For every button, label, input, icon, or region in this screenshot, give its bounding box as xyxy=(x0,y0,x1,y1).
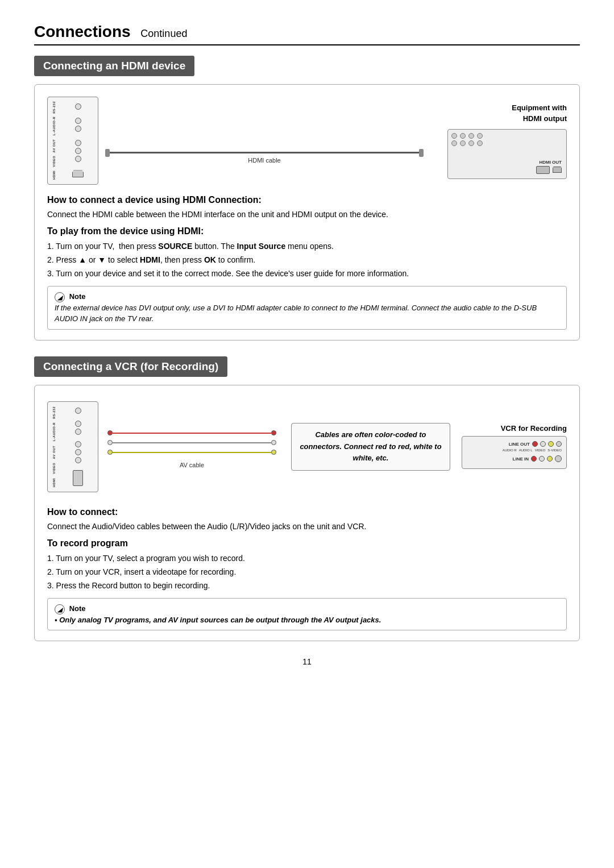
vcr-steps: 1. Turn on your TV, select a program you… xyxy=(47,552,567,592)
hdmi-how-to-connect-heading: How to connect a device using HDMI Conne… xyxy=(47,195,567,205)
vcr-line-out-l xyxy=(540,441,546,447)
hdmi-step-1: 1. Turn on your TV, then press SOURCE bu… xyxy=(47,240,567,254)
rca-red-right xyxy=(271,430,276,435)
rca-red-cable xyxy=(107,430,276,435)
page-title: Connections Continued xyxy=(34,23,580,45)
rs232-port xyxy=(75,103,81,110)
rca-yellow-line xyxy=(113,452,271,453)
hdmi-out-port xyxy=(553,167,562,173)
rca-white-right xyxy=(271,440,276,445)
hdmi-note-label: Note xyxy=(69,292,86,301)
vcr-step-1: 1. Turn on your TV, select a program you… xyxy=(47,552,567,566)
line-out-label: LINE OUT xyxy=(509,442,530,447)
vcr-avout2 xyxy=(75,449,81,455)
vcr-rs232-label: RS-232 xyxy=(52,406,56,419)
vcr-note-box: ◢ Note • Only analog TV programs, and AV… xyxy=(47,598,567,630)
rca-cables: AV cable xyxy=(98,430,285,468)
rs232-label: RS-232 xyxy=(52,101,56,114)
video-label: VIDEO xyxy=(52,156,56,167)
rca-white-cable xyxy=(107,440,276,445)
avout-port2 xyxy=(75,148,81,154)
vcr-device: VCR for Recording LINE OUT AUDIO R AUDIO… xyxy=(456,424,567,469)
hdmi-connector-left xyxy=(72,170,84,177)
hdmi-diagram: RS-232 L-AUDIO-R AV OUT VIDEO HDMI xyxy=(47,95,567,186)
hdmi-to-play-heading: To play from the device using HDMI: xyxy=(47,226,567,236)
page-number: 11 xyxy=(34,657,580,666)
vcr-video-label: VIDEO xyxy=(52,463,56,474)
vcr-line-in-r xyxy=(531,456,537,462)
vcr-line-in-l xyxy=(539,456,545,462)
vcr-laudio-label: L-AUDIO-R xyxy=(52,422,56,441)
rca-yellow-right xyxy=(271,450,276,455)
vcr-line-in-v xyxy=(547,456,553,462)
hdmi-note-text: If the external device has DVI output on… xyxy=(55,304,537,323)
note-icon-1: ◢ xyxy=(55,292,65,302)
hdmi-external-device: HDMI OUT xyxy=(447,129,567,179)
vcr-hdmi-label: HDMI xyxy=(52,478,56,487)
vcr-avout-label: AV OUT xyxy=(52,446,56,459)
vcr-audio-r xyxy=(75,421,81,427)
avout-port3 xyxy=(75,156,81,162)
audio-l-port xyxy=(75,126,81,132)
device-ports xyxy=(536,166,562,174)
hdmi-out-port-label: HDMI OUT xyxy=(539,160,562,165)
vcr-avout1 xyxy=(75,441,81,447)
vcr-audio-l-label: AUDIO L xyxy=(519,448,533,452)
rca-red-line xyxy=(113,433,271,434)
vcr-svideo-label: S-VIDEO xyxy=(547,448,562,452)
vcr-box: LINE OUT AUDIO R AUDIO L VIDEO S-VIDEO xyxy=(462,436,567,469)
hdmi-cable-label: HDMI cable xyxy=(248,157,280,164)
note-icon-2: ◢ xyxy=(55,604,65,614)
vcr-audio-r-label: AUDIO R xyxy=(503,448,517,452)
vcr-record-heading: To record program xyxy=(47,538,567,549)
av-cable-label: AV cable xyxy=(107,462,276,468)
rca-yellow-left xyxy=(107,450,113,455)
vcr-note-text: • Only analog TV programs, and AV input … xyxy=(55,616,381,624)
vcr-line-out-sv xyxy=(556,441,562,447)
vcr-device-label: VCR for Recording xyxy=(456,424,567,433)
rca-white-line xyxy=(113,442,271,443)
avout-label: AV OUT xyxy=(52,139,56,152)
callout-box: Cables are often color-coded to connecto… xyxy=(291,423,450,471)
vcr-how-to-connect-heading: How to connect: xyxy=(47,507,567,517)
vcr-step-3: 3. Press the Record button to begin reco… xyxy=(47,579,567,593)
vcr-line-in-sv xyxy=(555,455,562,462)
vcr-line-out-r xyxy=(532,441,538,447)
dsub-port xyxy=(536,166,550,174)
audio-r-port xyxy=(75,118,81,124)
vcr-audio-l xyxy=(75,429,81,435)
section1-header: Connecting an HDMI device xyxy=(34,56,194,76)
hdmi-device-right: Equipment with HDMI output xyxy=(430,102,567,179)
hdmi-connector-plug-left xyxy=(105,149,110,157)
vcr-diagram: RS-232 L-AUDIO-R AV OUT VIDEO HDMI xyxy=(47,396,567,498)
hdmi-steps: 1. Turn on your TV, then press SOURCE bu… xyxy=(47,240,567,280)
rca-yellow-cable xyxy=(107,450,276,455)
device-buttons xyxy=(451,133,484,146)
equipment-label: Equipment with HDMI output xyxy=(512,102,567,124)
avout-port1 xyxy=(75,140,81,146)
hdmi-step-3: 3. Turn on your device and set it to the… xyxy=(47,267,567,281)
vcr-note-label: Note xyxy=(69,604,86,613)
vcr-video-port-label: VIDEO xyxy=(535,448,546,452)
vcr-how-to-connect-text: Connect the Audio/Video cables between t… xyxy=(47,521,567,533)
section-vcr: Connecting a VCR (for Recording) RS-232 … xyxy=(34,356,580,641)
hdmi-section-box: RS-232 L-AUDIO-R AV OUT VIDEO HDMI xyxy=(34,84,580,340)
vcr-section-box: RS-232 L-AUDIO-R AV OUT VIDEO HDMI xyxy=(34,385,580,641)
hdmi-how-to-connect-text: Connect the HDMI cable between the HDMI … xyxy=(47,209,567,221)
continued-label: Continued xyxy=(140,28,187,39)
hdmi-note-box: ◢ Note If the external device has DVI ou… xyxy=(47,286,567,330)
hdmi-label: HDMI xyxy=(52,171,56,180)
vcr-rs232-port xyxy=(75,408,81,414)
vcr-tv-unit: RS-232 L-AUDIO-R AV OUT VIDEO HDMI xyxy=(47,401,98,492)
rca-red-left xyxy=(107,430,113,435)
rca-white-left xyxy=(107,440,113,445)
laudio-label: L-AUDIO-R xyxy=(52,117,56,135)
section-hdmi: Connecting an HDMI device RS-232 L-AUDIO… xyxy=(34,56,580,340)
hdmi-cable-line xyxy=(106,152,422,153)
vcr-avout3 xyxy=(75,457,81,463)
hdmi-step-2: 2. Press ▲ or ▼ to select HDMI, then pre… xyxy=(47,254,567,267)
tv-unit-left: RS-232 L-AUDIO-R AV OUT VIDEO HDMI xyxy=(47,97,98,185)
vcr-step-2: 2. Turn on your VCR, insert a videotape … xyxy=(47,566,567,579)
vcr-hdmi-port xyxy=(73,470,83,486)
hdmi-connector-plug-right xyxy=(419,149,424,157)
